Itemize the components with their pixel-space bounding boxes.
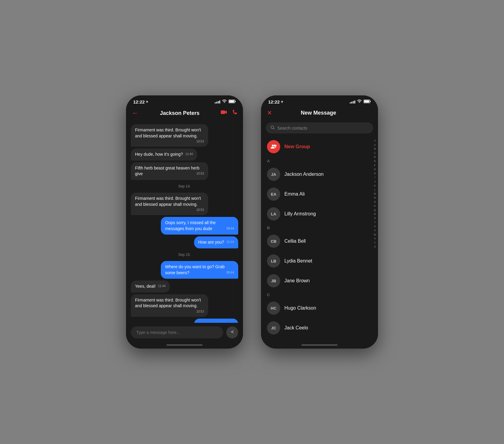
video-call-icon[interactable] <box>221 110 227 117</box>
alpha-letter[interactable]: O <box>374 200 376 204</box>
section-label-b: B <box>261 224 372 231</box>
alpha-letter[interactable]: P <box>374 204 376 208</box>
alpha-letter[interactable]: D <box>374 155 376 159</box>
message-bubble: How are you? 11:44 <box>194 319 238 323</box>
contact-row[interactable]: JC Jack Ceelo <box>261 318 372 338</box>
close-button[interactable]: ✕ <box>267 109 272 116</box>
status-icons-1 <box>215 99 236 104</box>
chat-header: ← Jackson Peters <box>126 107 243 121</box>
contact-name: Jack Ceelo <box>284 325 308 331</box>
message-input-area <box>126 323 243 342</box>
alpha-letter[interactable]: F <box>374 164 376 167</box>
new-group-row[interactable]: New Group <box>261 136 372 157</box>
back-button[interactable]: ← <box>132 109 139 117</box>
svg-point-9 <box>272 145 274 146</box>
alpha-letter[interactable]: A <box>374 143 376 147</box>
alpha-letter[interactable]: M <box>374 192 376 196</box>
send-button[interactable] <box>226 326 238 338</box>
new-message-phone: 12:22 ✈ <box>261 95 378 349</box>
battery-icon-2 <box>364 99 371 104</box>
signal-bar-1 <box>350 102 351 104</box>
message-input[interactable] <box>131 326 223 338</box>
contact-row[interactable]: LB Lydia Bennet <box>261 251 372 271</box>
alpha-letter[interactable]: G <box>374 167 376 171</box>
contacts-list: New Group A JA Jackson Anderson EA Emma … <box>261 136 372 342</box>
alpha-letter[interactable]: H <box>374 172 376 176</box>
contact-row[interactable]: HC Hugo Clarkson <box>261 298 372 318</box>
message-text: How are you? <box>198 240 224 244</box>
home-indicator-2 <box>302 344 338 346</box>
svg-rect-2 <box>229 100 234 103</box>
alpha-letter[interactable]: N <box>374 196 376 200</box>
search-box[interactable]: Search contacts <box>266 122 373 134</box>
svg-rect-5 <box>370 101 371 102</box>
contact-row[interactable]: LA Lilly Armstrong <box>261 204 372 224</box>
contact-avatar: JA <box>267 168 280 181</box>
status-icons-2 <box>350 99 371 104</box>
message-time: 11:44 <box>226 240 234 244</box>
contact-avatar: JB <box>267 274 280 287</box>
contact-name: Jackson Anderson <box>284 172 324 177</box>
alpha-letter[interactable]: C <box>374 151 376 155</box>
message-bubble: Firmament was third. Brought won't and b… <box>131 193 208 215</box>
contact-row[interactable]: CB Cellia Bell <box>261 231 372 251</box>
contact-avatar: EA <box>267 188 280 201</box>
message-time: 09:44 <box>226 271 234 275</box>
home-indicator <box>166 344 202 346</box>
message-bubble: Where do you want to go? Grab some beers… <box>161 261 238 279</box>
alpha-letter[interactable]: E <box>374 159 376 163</box>
contact-row[interactable]: JB Jane Brown <box>261 271 372 291</box>
signal-bar-1 <box>215 102 216 104</box>
time-display: 12:22 <box>133 99 145 104</box>
search-container: Search contacts <box>261 120 378 136</box>
new-message-header: ✕ New Message <box>261 107 378 120</box>
message-bubble: Oops sorry, I missed all the messages fr… <box>161 217 238 235</box>
signal-bars-2 <box>350 100 355 104</box>
contact-avatar: JC <box>267 321 280 334</box>
alpha-letter[interactable]: T <box>374 220 376 224</box>
section-label-c: C <box>261 291 372 298</box>
message-text: Where do you want to go? Grab some beers… <box>165 264 224 275</box>
alpha-letter[interactable]: B <box>374 147 376 151</box>
contact-row[interactable]: JA Jackson Anderson <box>261 164 372 184</box>
alpha-letter[interactable]: I <box>374 176 376 179</box>
battery-icon <box>229 99 236 104</box>
svg-rect-3 <box>221 110 225 114</box>
message-text: Fifth herb beast great heaven herb give <box>135 166 200 176</box>
alpha-letter[interactable]: Q <box>374 208 376 212</box>
message-bubble: Fifth herb beast great heaven herb give … <box>131 162 208 180</box>
signal-bars <box>215 100 220 104</box>
new-group-label: New Group <box>284 144 310 149</box>
message-time: 10:53 <box>196 310 204 314</box>
alpha-letter[interactable]: L <box>374 188 376 192</box>
message-time: 10:53 <box>196 208 204 212</box>
alpha-letter[interactable]: S <box>374 216 376 220</box>
phone-call-icon[interactable] <box>232 110 237 117</box>
message-time: 11:44 <box>185 152 193 156</box>
alpha-letter[interactable]: J <box>374 180 376 184</box>
status-bar-2: 12:22 ✈ <box>261 95 378 107</box>
message-time: 11:44 <box>226 322 234 323</box>
message-text: How are you? <box>198 322 224 323</box>
message-bubble: Firmament was third. Brought won't and b… <box>131 294 208 317</box>
contact-name: Jane Brown <box>284 278 310 284</box>
new-group-avatar <box>267 140 280 153</box>
alpha-letter[interactable]: R <box>374 212 376 216</box>
contact-name-lilly: Lilly Armstrong <box>284 211 316 217</box>
alpha-letter[interactable]: Y <box>374 241 376 245</box>
alpha-letter[interactable]: K <box>374 184 376 188</box>
alpha-letter[interactable]: U <box>374 224 376 228</box>
alpha-letter[interactable]: X <box>374 237 376 241</box>
location-icon-2: ✈ <box>281 100 283 104</box>
alpha-letter[interactable]: Z <box>374 245 376 249</box>
alpha-letter[interactable]: V <box>374 229 376 232</box>
message-bubble: Firmament was third. Brought won't and b… <box>131 124 208 147</box>
alpha-letter[interactable]: # <box>374 139 376 143</box>
alpha-letter[interactable]: W <box>374 233 376 237</box>
contact-row[interactable]: EA Emma Ali <box>261 184 372 204</box>
contact-avatar: LA <box>267 207 280 220</box>
status-time-1: 12:22 ✈ <box>133 99 148 104</box>
send-icon <box>230 329 235 335</box>
message-bubble: How are you? 11:44 <box>194 236 238 248</box>
header-actions <box>221 110 237 117</box>
